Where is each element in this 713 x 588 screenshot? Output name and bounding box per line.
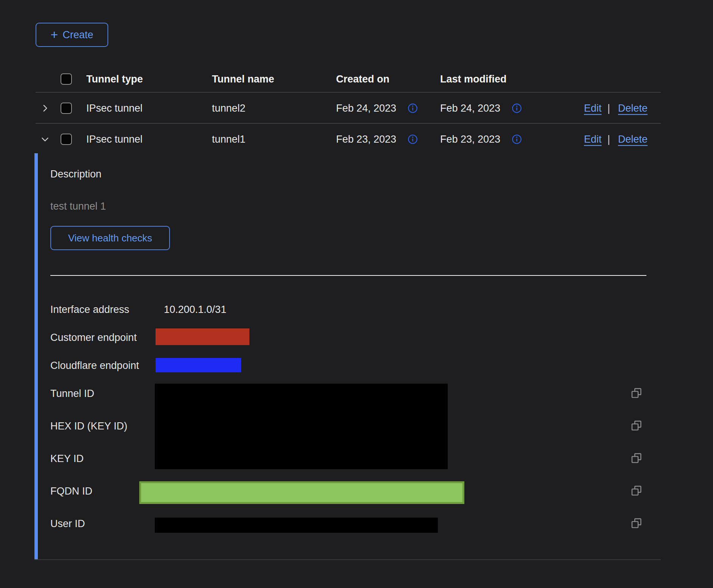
row-checkbox[interactable] xyxy=(61,134,72,145)
row-divider xyxy=(36,123,661,124)
edit-link[interactable]: Edit xyxy=(584,103,602,114)
interface-address-value: 10.200.1.0/31 xyxy=(164,304,226,316)
last-modified-cell: Feb 23, 2023 xyxy=(440,134,500,145)
delete-link[interactable]: Delete xyxy=(618,134,648,145)
ipsec-tunnels-page: + Create Tunnel type Tunnel name Created… xyxy=(0,0,713,588)
tunnel-type-cell: IPsec tunnel xyxy=(86,103,143,114)
hex-id-label: HEX ID (KEY ID) xyxy=(50,420,128,432)
create-button[interactable]: + Create xyxy=(36,23,108,47)
info-icon[interactable] xyxy=(408,103,418,114)
info-icon[interactable] xyxy=(512,103,522,114)
create-button-label: Create xyxy=(62,29,93,41)
copy-key-id-icon[interactable] xyxy=(630,452,643,465)
tunnel-id-label: Tunnel ID xyxy=(50,388,94,400)
tunnel-name-cell: tunnel2 xyxy=(212,103,246,114)
ids-redacted-value xyxy=(155,384,448,469)
collapse-chevron-down-icon[interactable] xyxy=(39,134,51,145)
edit-link[interactable]: Edit xyxy=(584,134,602,145)
description-value: test tunnel 1 xyxy=(50,201,106,212)
copy-fqdn-id-icon[interactable] xyxy=(630,485,643,498)
fqdn-id-label: FQDN ID xyxy=(50,485,92,497)
copy-hex-id-icon[interactable] xyxy=(630,420,643,432)
last-modified-cell: Feb 24, 2023 xyxy=(440,103,500,114)
description-label: Description xyxy=(50,168,101,180)
user-id-redacted-value xyxy=(155,518,438,533)
header-created-on: Created on xyxy=(336,73,389,85)
tunnel-name-cell: tunnel1 xyxy=(212,134,246,145)
expand-chevron-right-icon[interactable] xyxy=(39,103,51,114)
customer-endpoint-label: Customer endpoint xyxy=(50,332,137,344)
user-id-label: User ID xyxy=(50,518,85,530)
interface-address-label: Interface address xyxy=(50,304,129,316)
header-last-modified: Last modified xyxy=(440,73,507,85)
expanded-row-accent-bar xyxy=(34,153,38,559)
created-on-cell: Feb 23, 2023 xyxy=(336,134,396,145)
row-checkbox[interactable] xyxy=(61,103,72,114)
customer-endpoint-redacted-value xyxy=(156,328,249,345)
cloudflare-endpoint-redacted-value xyxy=(156,358,241,372)
header-tunnel-type: Tunnel type xyxy=(86,73,143,85)
header-tunnel-name: Tunnel name xyxy=(212,73,274,85)
cloudflare-endpoint-label: Cloudflare endpoint xyxy=(50,360,139,372)
plus-icon: + xyxy=(51,28,58,41)
panel-bottom-divider xyxy=(34,559,661,560)
info-icon[interactable] xyxy=(512,134,522,145)
key-id-label: KEY ID xyxy=(50,453,84,465)
delete-link[interactable]: Delete xyxy=(618,103,648,114)
header-divider xyxy=(36,92,661,93)
copy-user-id-icon[interactable] xyxy=(630,517,643,530)
view-health-checks-button[interactable]: View health checks xyxy=(50,226,170,250)
info-icon[interactable] xyxy=(408,134,418,145)
fqdn-id-redacted-value xyxy=(139,481,464,504)
created-on-cell: Feb 24, 2023 xyxy=(336,103,396,114)
copy-tunnel-id-icon[interactable] xyxy=(630,387,643,400)
select-all-checkbox[interactable] xyxy=(61,73,72,85)
tunnel-type-cell: IPsec tunnel xyxy=(86,134,143,145)
action-separator: | xyxy=(607,134,610,145)
panel-divider xyxy=(50,275,646,276)
action-separator: | xyxy=(607,103,610,114)
